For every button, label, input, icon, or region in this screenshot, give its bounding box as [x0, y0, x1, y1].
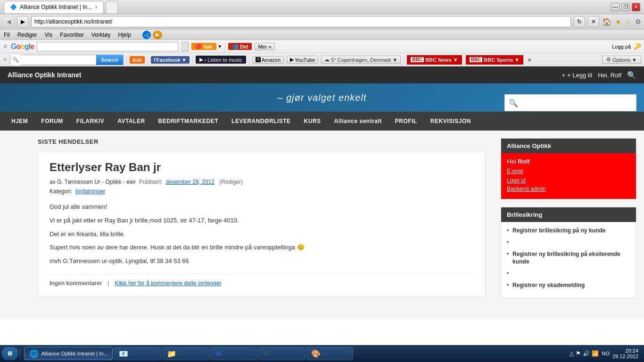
weather-btn[interactable]: ☁ 5° Copenhagen, Denmark ▼ [321, 56, 401, 64]
settings-icon: ⚙ [606, 57, 611, 63]
nav-rekvisisjon[interactable]: REKVISISJON [424, 112, 478, 131]
back-btn[interactable]: ◀ [3, 16, 14, 27]
tab-close-btn[interactable]: × [95, 5, 98, 10]
no-comments: Ingen kommentarer [50, 280, 102, 287]
menu-verktoy[interactable]: Verktøy [91, 32, 111, 38]
ask-btn[interactable]: Ask [130, 56, 145, 64]
post-title: Etterlyser Ray Ban jr [50, 161, 474, 174]
address-bar[interactable] [31, 16, 571, 27]
close-google-toolbar[interactable]: ✕ [3, 43, 8, 50]
category-value[interactable]: Innfatninger [75, 188, 105, 195]
toolbar-divider [225, 42, 225, 51]
body-line-2: Vi er på jakt etter er Ray Ban jr brille… [50, 216, 474, 226]
del-btn[interactable]: 👥Del [228, 43, 252, 50]
site-title: Alliance Optikk Intranet [8, 71, 81, 79]
email-link[interactable]: E-post [507, 168, 630, 174]
youtube-btn[interactable]: ▶ YouTube [287, 56, 318, 64]
comment-link[interactable]: Klikk her for å kommentere dette innlegg… [115, 280, 221, 287]
nav-profil[interactable]: PROFIL [388, 112, 424, 131]
search-icon[interactable]: 🔍 [627, 71, 636, 80]
legg-til-btn[interactable]: + + Legg til [561, 72, 592, 79]
divider4 [249, 56, 249, 64]
menu-favoritter[interactable]: Favoritter [60, 32, 84, 38]
home-icon[interactable]: 🏠 [602, 17, 611, 26]
footer-separator: | [107, 280, 109, 287]
brillesikring-item-1[interactable]: Registrer brillesikring på ny kunde [507, 227, 630, 235]
edit-link[interactable]: (Rediger) [219, 179, 243, 185]
menu-hjelp[interactable]: Hjelp [118, 32, 131, 38]
published-label: Publisert: [139, 179, 163, 185]
favorites-icon[interactable]: ★ [615, 18, 621, 25]
post-category: Kategori: Innfatninger [50, 188, 474, 195]
bbc-dropdown-icon: ▼ [453, 57, 458, 63]
menu-vis[interactable]: Vis [45, 32, 52, 38]
sok-btn[interactable]: 🔴Søk [191, 43, 216, 50]
post-author: av G. Tønnessen Ur - Optikk - eier [50, 179, 136, 185]
window-controls: — ❐ ✕ [611, 3, 640, 11]
post-body: God jul alle sammen! Vi er på jakt etter… [50, 202, 474, 266]
nav-kurs[interactable]: KURS [297, 112, 328, 131]
bbc-sports-icon: BBC [470, 57, 483, 62]
star-icon[interactable]: ☆ [625, 18, 631, 25]
active-tab[interactable]: 🔷 Alliance Optikk Intranet | In... × [4, 1, 104, 13]
nav-leverandorliste[interactable]: LEVERANDØRLISTE [225, 112, 297, 131]
close-ask-toolbar[interactable]: ✕ [3, 57, 7, 63]
nav-bedriftmarkedet[interactable]: BEDRIFTMARKEDET [152, 112, 225, 131]
body-line-4: Supert hvis noen av dere har denne. Husk… [50, 243, 474, 253]
brillesikring-widget-header: Brillesikring [501, 207, 636, 222]
ask-search-btn[interactable]: Search [96, 55, 123, 65]
ask-search-input[interactable] [21, 55, 96, 65]
facebook-f-icon: f [154, 57, 156, 63]
close-btn[interactable]: ✕ [632, 3, 640, 11]
post-date[interactable]: desember 28, 2012 [166, 179, 215, 185]
refresh-btn[interactable]: ↻ [574, 16, 585, 27]
logout-link[interactable]: Logg ut [507, 177, 630, 184]
nav-forum[interactable]: FORUM [34, 112, 70, 131]
admin-link[interactable]: Backend admin [507, 186, 630, 192]
brillesikring-widget-body: Registrer brillesikring på ny kunde Regi… [501, 222, 636, 298]
nav-hjem[interactable]: HJEM [5, 112, 34, 131]
forward-btn[interactable]: ▶ [17, 16, 28, 27]
listen-music-btn[interactable]: ▶ ♪ Listen to music [196, 56, 246, 64]
brillesikring-item-5[interactable]: Registrer ny skademelding [507, 281, 630, 289]
new-tab[interactable] [106, 1, 118, 13]
menu-rediger[interactable]: Rediger [17, 32, 37, 38]
mer-btn[interactable]: Mer » [255, 43, 274, 50]
brillesikring-list: Registrer brillesikring på ny kunde Regi… [507, 227, 630, 289]
youtube-icon: ▶ [290, 57, 294, 63]
alliance-widget: Alliance Optikk Hei Rolf E-post Logg ut … [501, 138, 636, 199]
brillesikring-item-3[interactable]: Registrer ny brillesikring på eksiterend… [507, 250, 630, 266]
minimize-btn[interactable]: — [611, 3, 619, 11]
logg-pa[interactable]: Logg på [612, 44, 631, 49]
stop-btn[interactable]: ✕ [588, 16, 599, 27]
nav-alliance[interactable]: Alliance sentralt [328, 112, 388, 131]
bbc-sports-btn[interactable]: BBC BBC Sports ▼ [466, 55, 523, 65]
nav-filarkiv[interactable]: FILARKIV [70, 112, 111, 131]
divider3 [192, 56, 193, 64]
google-search-dropdown[interactable] [181, 42, 189, 51]
logg-pa-icon: 🔑 [634, 43, 641, 50]
main-content: SISTE HENDELSER Etterlyser Ray Ban jr av… [0, 131, 644, 319]
bbc-news-btn[interactable]: BBC BBC News ▼ [407, 55, 462, 65]
hero-text: – gjør valget enkelt [278, 92, 367, 103]
amazon-icon: 🅰 [256, 57, 261, 63]
amazon-btn[interactable]: 🅰 Amazon [252, 56, 284, 64]
nav-avtaler[interactable]: AVTALER [111, 112, 151, 131]
restore-btn[interactable]: ❐ [621, 3, 630, 11]
tab-label: Alliance Optikk Intranet | In... [20, 4, 92, 10]
body-line-1: God jul alle sammen! [50, 202, 474, 212]
post-card: Etterlyser Ray Ban jr av G. Tønnessen Ur… [38, 151, 486, 296]
tab-favicon: 🔷 [10, 4, 17, 10]
gear-icon[interactable]: ⚙ [635, 18, 641, 25]
bing-btn[interactable]: ▶ [153, 31, 162, 39]
menu-fil[interactable]: Fil [4, 32, 10, 38]
google-logo: Google [11, 42, 34, 51]
hei-rolf-label: Hei, Rolf [598, 72, 621, 79]
site-header-right: + + Legg til Hei, Rolf 🔍 [561, 71, 636, 80]
options-btn[interactable]: ⚙ Options ▼ [602, 56, 641, 64]
google-search-input[interactable] [37, 42, 178, 51]
more-btn[interactable]: » [526, 57, 533, 63]
weather-icon: ☁ [324, 57, 330, 63]
brillesikring-item-2 [507, 239, 630, 247]
facebook-btn[interactable]: f Facebook ▼ [151, 56, 190, 64]
